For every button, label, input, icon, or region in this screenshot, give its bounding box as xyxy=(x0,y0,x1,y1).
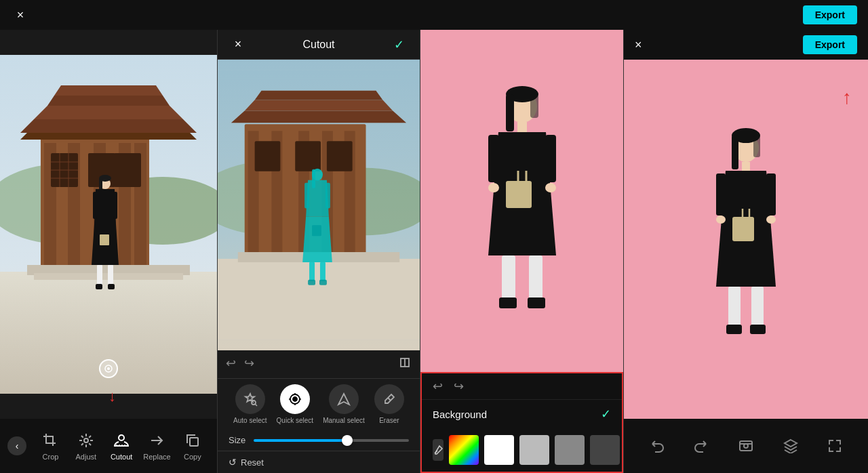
svg-marker-54 xyxy=(255,91,383,100)
eyedropper-button[interactable] xyxy=(433,439,443,461)
right-panel-1: ↩ ↪ Background ✓ xyxy=(420,30,624,473)
scroll-circle-icon xyxy=(99,359,118,378)
svg-point-76 xyxy=(293,397,297,401)
cutout-tools-row: Auto select Quick select xyxy=(218,378,420,430)
svg-rect-106 xyxy=(732,136,738,169)
main-area: ↓ ‹ Crop Adjust xyxy=(0,30,868,473)
bg-undo-button[interactable]: ↩ xyxy=(433,379,443,394)
cutout-undo-button[interactable]: ↩ xyxy=(226,356,236,373)
svg-rect-36 xyxy=(108,284,115,289)
bg-header: Background ✓ xyxy=(422,400,622,428)
replace-icon xyxy=(147,431,166,450)
rainbow-color-swatch[interactable] xyxy=(449,435,479,465)
right-redo-button[interactable] xyxy=(689,434,713,458)
bg-color-swatches xyxy=(422,428,622,472)
svg-rect-30 xyxy=(93,192,97,219)
navigation-indicator[interactable] xyxy=(99,359,118,378)
svg-rect-55 xyxy=(255,141,281,171)
svg-rect-115 xyxy=(732,217,754,241)
top-bar: × Export xyxy=(0,0,868,30)
cutout-label: Cutout xyxy=(111,453,132,461)
cutout-photo-svg xyxy=(218,60,420,350)
right-person-svg xyxy=(678,114,814,365)
svg-rect-86 xyxy=(506,94,514,131)
crop-label: Crop xyxy=(43,453,59,461)
svg-rect-95 xyxy=(506,181,532,208)
manual-select-label: Manual select xyxy=(323,417,365,424)
eraser-tool[interactable]: Eraser xyxy=(374,384,404,424)
svg-rect-108 xyxy=(742,162,750,171)
size-slider[interactable] xyxy=(254,439,409,442)
svg-rect-107 xyxy=(753,136,760,157)
toolbar-item-copy[interactable]: Copy xyxy=(176,431,210,461)
svg-rect-65 xyxy=(326,183,330,209)
svg-marker-11 xyxy=(20,133,197,140)
cutout-confirm-button[interactable]: ✓ xyxy=(390,35,409,54)
svg-rect-66 xyxy=(312,225,321,236)
cutout-panel: × Cutout ✓ xyxy=(217,30,420,473)
svg-rect-101 xyxy=(528,297,545,308)
dark-gray-color-swatch[interactable] xyxy=(590,435,620,465)
svg-rect-16 xyxy=(114,153,141,187)
size-slider-thumb[interactable] xyxy=(342,435,353,446)
prev-button[interactable]: ‹ xyxy=(7,436,26,455)
toolbar-item-adjust[interactable]: Adjust xyxy=(69,431,103,461)
svg-rect-34 xyxy=(108,265,113,285)
bg-confirm-button[interactable]: ✓ xyxy=(601,407,611,421)
manual-select-tool[interactable]: Manual select xyxy=(323,384,365,424)
svg-point-38 xyxy=(107,367,110,370)
cutout-header: × Cutout ✓ xyxy=(218,30,420,60)
svg-rect-100 xyxy=(499,297,517,308)
close-button[interactable]: × xyxy=(11,5,30,24)
svg-rect-112 xyxy=(766,173,776,215)
svg-rect-56 xyxy=(295,141,321,171)
right-expand-button[interactable] xyxy=(823,434,847,458)
right-export-button[interactable]: Export xyxy=(803,35,857,54)
svg-rect-88 xyxy=(517,122,527,133)
right-close-button[interactable]: × xyxy=(635,38,642,52)
quick-select-icon xyxy=(280,384,310,414)
bottom-toolbar: ‹ Crop Adjust xyxy=(0,419,217,473)
svg-line-74 xyxy=(255,405,257,407)
svg-rect-111 xyxy=(716,173,726,215)
right-layers-button[interactable] xyxy=(778,434,803,458)
svg-rect-57 xyxy=(327,141,353,171)
svg-marker-63 xyxy=(302,216,332,262)
gray-color-swatch[interactable] xyxy=(555,435,585,465)
toolbar-item-crop[interactable]: Crop xyxy=(33,431,67,461)
size-row: Size xyxy=(218,430,420,451)
toolbar-item-cutout[interactable]: Cutout xyxy=(104,431,138,461)
right-undo-button[interactable] xyxy=(645,434,669,458)
svg-rect-35 xyxy=(96,284,102,289)
person-on-pink-svg xyxy=(441,73,604,330)
auto-select-tool[interactable]: Auto select xyxy=(233,384,267,424)
export-button[interactable]: Export xyxy=(803,5,857,24)
svg-marker-53 xyxy=(245,100,393,111)
eraser-icon xyxy=(374,384,404,414)
light-gray-color-swatch[interactable] xyxy=(519,435,549,465)
manual-select-icon xyxy=(329,384,359,414)
cutout-redo-button[interactable]: ↪ xyxy=(244,356,254,373)
crop-icon xyxy=(41,431,60,450)
size-label: Size xyxy=(229,435,245,445)
svg-rect-31 xyxy=(113,192,117,219)
toolbar-item-replace[interactable]: Replace xyxy=(140,431,174,461)
copy-label: Copy xyxy=(184,453,201,461)
cutout-close-button[interactable]: × xyxy=(229,35,248,54)
svg-rect-69 xyxy=(308,280,315,285)
right-photo-button[interactable] xyxy=(734,434,758,458)
svg-rect-70 xyxy=(319,280,327,285)
white-color-swatch[interactable] xyxy=(484,435,514,465)
bg-redo-button[interactable]: ↪ xyxy=(454,379,464,394)
svg-point-40 xyxy=(119,435,124,440)
cutout-photo-area xyxy=(218,60,420,350)
reset-button[interactable]: ↺ Reset xyxy=(218,451,420,473)
svg-rect-121 xyxy=(750,325,766,334)
background-panel: ↩ ↪ Background ✓ xyxy=(420,372,623,473)
cutout-title: Cutout xyxy=(302,39,334,51)
svg-rect-87 xyxy=(530,94,538,118)
quick-select-tool[interactable]: Quick select xyxy=(277,384,313,424)
svg-marker-12 xyxy=(47,96,170,106)
cutout-crop-icon[interactable] xyxy=(398,356,412,373)
copy-icon xyxy=(183,431,202,450)
